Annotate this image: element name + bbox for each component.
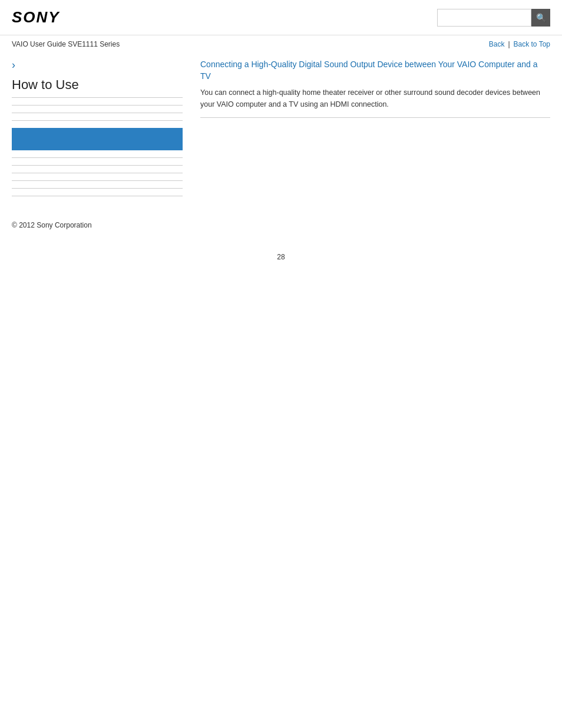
sidebar-line-2 [12, 113, 183, 113]
sidebar-line-3 [12, 120, 183, 121]
copyright-text: © 2012 Sony Corporation [12, 221, 92, 229]
sidebar-line-9 [12, 196, 183, 196]
footer: © 2012 Sony Corporation [0, 209, 562, 241]
back-link[interactable]: Back [489, 40, 505, 48]
page-number: 28 [0, 241, 562, 273]
sidebar-line-6 [12, 173, 183, 173]
main-content: › How to Use Connecting a High-Quality D… [0, 53, 562, 209]
sidebar-line-4 [12, 157, 183, 158]
chevron-icon: › [12, 59, 183, 71]
content-area: Connecting a High-Quality Digital Sound … [194, 59, 550, 203]
search-icon: 🔍 [536, 13, 546, 22]
sidebar: › How to Use [12, 59, 194, 203]
search-button[interactable]: 🔍 [531, 9, 550, 27]
sidebar-highlight[interactable] [12, 128, 183, 150]
article-description: You can connect a high-quality home thea… [200, 87, 550, 110]
sidebar-line-8 [12, 188, 183, 189]
sidebar-line-1 [12, 105, 183, 106]
sub-header: VAIO User Guide SVE1111 Series Back | Ba… [0, 35, 562, 53]
content-divider [200, 117, 550, 118]
sidebar-line-7 [12, 180, 183, 181]
article-title[interactable]: Connecting a High-Quality Digital Sound … [200, 59, 550, 82]
guide-title: VAIO User Guide SVE1111 Series [12, 40, 120, 48]
search-input[interactable] [437, 9, 531, 27]
back-to-top-link[interactable]: Back to Top [514, 40, 550, 48]
nav-links: Back | Back to Top [489, 40, 550, 48]
sidebar-title: How to Use [12, 77, 183, 98]
nav-separator: | [508, 40, 510, 48]
search-wrapper: 🔍 [437, 9, 550, 27]
header: SONY 🔍 [0, 0, 562, 35]
sidebar-line-5 [12, 165, 183, 166]
sony-logo: SONY [12, 8, 60, 27]
